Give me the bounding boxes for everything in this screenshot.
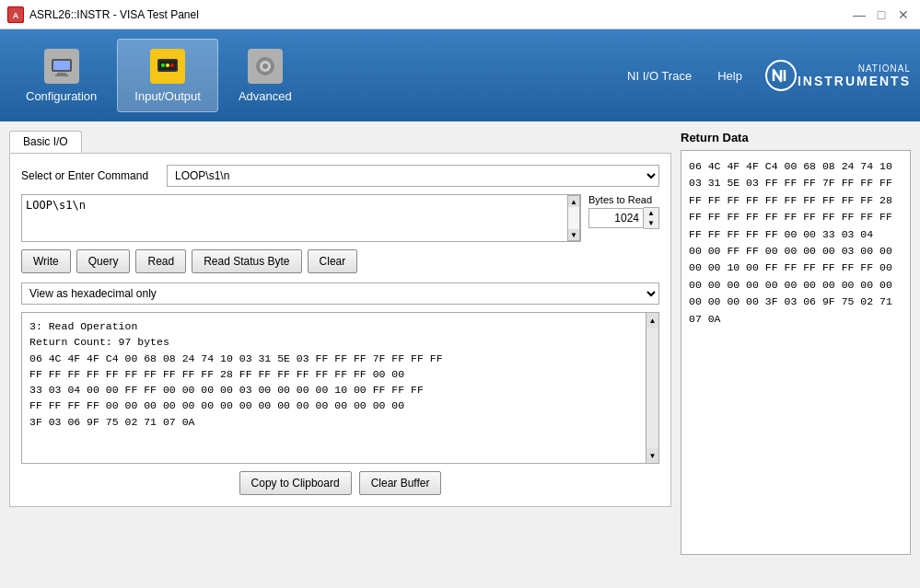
spinner-up-btn[interactable]: ▲ — [644, 208, 658, 218]
output-scroll-track — [646, 328, 658, 448]
spinner-down-btn[interactable]: ▼ — [644, 218, 658, 228]
tab-bar: Basic I/O — [9, 131, 671, 153]
svg-rect-14 — [264, 57, 266, 61]
configuration-label: Configuration — [26, 89, 97, 103]
input-output-icon — [150, 49, 185, 84]
ni-national-text: NATIONAL — [858, 63, 911, 74]
tab-basic-io[interactable]: Basic I/O — [9, 131, 82, 153]
close-button[interactable]: ✕ — [894, 6, 913, 24]
ni-logo: NATIONAL INSTRUMENTS — [764, 59, 911, 92]
toolbar-advanced[interactable]: Advanced — [222, 39, 309, 112]
output-buffer: 3: Read Operation Return Count: 97 bytes… — [21, 312, 659, 464]
toolbar: Configuration Input/Output — [0, 29, 920, 121]
scroll-down-btn[interactable]: ▼ — [568, 229, 579, 240]
toolbar-right: NI I/O Trace Help NATIONAL INSTRUMENTS — [623, 59, 911, 92]
svg-point-13 — [262, 63, 268, 69]
ni-logo-icon — [764, 59, 798, 92]
command-select[interactable]: LOOP\s1\n — [167, 165, 659, 187]
view-select[interactable]: View as hexadecimal only — [21, 282, 659, 305]
ni-io-trace-btn[interactable]: NI I/O Trace — [623, 63, 695, 88]
svg-point-9 — [166, 63, 169, 67]
textarea-scrollbar: ▲ ▼ — [567, 195, 580, 241]
toolbar-input-output[interactable]: Input/Output — [117, 39, 218, 112]
read-button[interactable]: Read — [135, 249, 186, 273]
output-scroll-up[interactable]: ▲ — [646, 313, 658, 328]
help-btn[interactable]: Help — [714, 63, 746, 88]
svg-point-8 — [161, 63, 165, 67]
command-textarea[interactable]: LOOP\s1\n — [22, 195, 567, 241]
svg-rect-5 — [55, 75, 68, 76]
svg-rect-16 — [256, 65, 260, 67]
window-title: ASRL26::INSTR - VISA Test Panel — [29, 8, 199, 21]
toolbar-configuration[interactable]: Configuration — [9, 39, 113, 112]
io-panel: Select or Enter Command LOOP\s1\n LOOP\s… — [9, 153, 671, 507]
query-button[interactable]: Query — [76, 249, 131, 273]
svg-rect-15 — [264, 72, 266, 75]
write-button[interactable]: Write — [21, 249, 71, 273]
return-data-box: 06 4C 4F 4F C4 00 68 08 24 74 10 03 31 5… — [681, 150, 911, 555]
bytes-input[interactable] — [588, 208, 644, 228]
command-select-label: Select or Enter Command — [21, 169, 159, 182]
minimize-button[interactable]: — — [850, 6, 868, 24]
right-panel: Return Data 06 4C 4F 4F C4 00 68 08 24 7… — [681, 131, 911, 579]
ni-instruments-text: INSTRUMENTS — [798, 74, 911, 88]
ni-logo-text: NATIONAL INSTRUMENTS — [798, 63, 911, 88]
maximize-button[interactable]: □ — [872, 6, 891, 24]
svg-rect-17 — [271, 65, 274, 67]
advanced-icon — [248, 49, 283, 84]
title-bar: A ASRL26::INSTR - VISA Test Panel — □ ✕ — [0, 0, 920, 29]
svg-rect-4 — [57, 73, 66, 75]
return-data-label: Return Data — [681, 131, 911, 144]
clear-button[interactable]: Clear — [308, 249, 358, 273]
output-text: 3: Read Operation Return Count: 97 bytes… — [22, 313, 658, 435]
svg-point-10 — [170, 63, 174, 67]
app-icon: A — [7, 6, 24, 23]
command-textarea-row: LOOP\s1\n ▲ ▼ Bytes to Read ▲ ▼ — [21, 194, 659, 242]
advanced-label: Advanced — [239, 89, 292, 103]
title-bar-controls: — □ ✕ — [850, 6, 913, 24]
svg-rect-3 — [53, 61, 70, 70]
output-scrollbar: ▲ ▼ — [646, 313, 658, 463]
spinner-buttons: ▲ ▼ — [644, 207, 659, 229]
main-content: Basic I/O Select or Enter Command LOOP\s… — [0, 121, 920, 588]
bottom-buttons: Copy to Clipboard Clear Buffer — [21, 471, 659, 495]
clear-buffer-button[interactable]: Clear Buffer — [359, 471, 442, 495]
read-status-byte-button[interactable]: Read Status Byte — [192, 249, 301, 273]
svg-text:A: A — [13, 11, 19, 20]
bytes-label: Bytes to Read — [588, 194, 652, 205]
output-scroll-down[interactable]: ▼ — [646, 448, 658, 463]
scroll-up-btn[interactable]: ▲ — [568, 196, 579, 207]
action-buttons: Write Query Read Read Status Byte Clear — [21, 249, 659, 273]
bytes-spinner: ▲ ▼ — [588, 207, 659, 229]
scroll-track — [568, 207, 579, 229]
copy-to-clipboard-button[interactable]: Copy to Clipboard — [239, 471, 352, 495]
bytes-to-read: Bytes to Read ▲ ▼ — [588, 194, 659, 229]
configuration-icon — [44, 49, 79, 84]
input-output-label: Input/Output — [134, 89, 201, 103]
command-select-row: Select or Enter Command LOOP\s1\n — [21, 165, 659, 187]
left-panel: Basic I/O Select or Enter Command LOOP\s… — [9, 131, 671, 579]
title-bar-left: A ASRL26::INSTR - VISA Test Panel — [7, 6, 199, 23]
view-row: View as hexadecimal only — [21, 282, 659, 305]
